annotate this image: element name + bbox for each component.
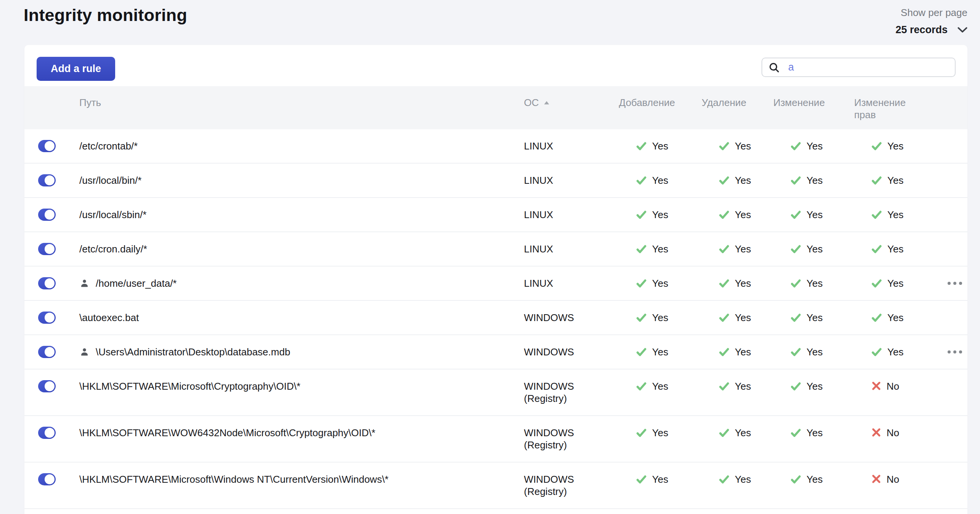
rule-enabled-toggle[interactable] [38, 209, 56, 221]
search-icon [768, 62, 780, 73]
check-icon [718, 209, 730, 220]
table-body: /etc/crontab/* LINUX Yes Yes Yes [24, 129, 967, 509]
toggle-knob [45, 141, 55, 151]
table-row: /usr/local/bin/* LINUX Yes Yes Yes [24, 164, 967, 198]
check-icon [871, 243, 882, 255]
check-icon [790, 427, 802, 439]
cross-icon [871, 427, 882, 438]
rule-os-line2: (Registry) [524, 485, 619, 498]
flag-label: Yes [735, 277, 751, 289]
flag-label: Yes [735, 140, 751, 152]
row-menu-button[interactable] [948, 350, 962, 353]
flag-label: Yes [652, 346, 668, 358]
toggle-knob [45, 244, 55, 254]
rule-enabled-toggle[interactable] [38, 243, 56, 255]
check-icon [790, 140, 802, 152]
search-input[interactable] [787, 61, 955, 74]
flag-label: Yes [652, 312, 668, 324]
flag-label: Yes [652, 473, 668, 485]
rule-path: /usr/local/bin/* [79, 174, 141, 186]
rule-os-line2: (Registry) [524, 439, 619, 451]
check-icon [636, 474, 647, 485]
flag-label: No [887, 427, 899, 439]
check-icon [636, 427, 647, 439]
rule-enabled-toggle[interactable] [38, 140, 56, 152]
user-icon [79, 278, 90, 289]
user-icon [79, 347, 90, 357]
per-page-control: Show per page 25 records [895, 7, 967, 36]
rule-os: WINDOWS [524, 380, 619, 392]
flag-label: Yes [887, 312, 903, 324]
check-icon [790, 209, 802, 220]
toggle-knob [45, 313, 55, 323]
table-row: \autoexec.bat WINDOWS Yes Yes Yes [24, 301, 967, 335]
check-icon [636, 140, 647, 152]
table-header: Путь ОС Добавление Удаление Изменение Из… [24, 86, 967, 129]
rule-os: WINDOWS [524, 473, 619, 485]
check-icon [718, 312, 730, 323]
rule-enabled-toggle[interactable] [38, 427, 56, 439]
check-icon [636, 278, 647, 289]
flag-label: Yes [652, 277, 668, 289]
table-row-partial [24, 509, 967, 514]
flag-label: Yes [806, 243, 823, 255]
add-rule-button[interactable]: Add a rule [37, 57, 115, 81]
check-icon [871, 312, 882, 323]
flag-label: Yes [806, 209, 823, 221]
table-row: \HKLM\SOFTWARE\WOW6432Node\Microsoft\Cry… [24, 416, 967, 463]
flag-label: Yes [887, 277, 903, 289]
flag-label: No [887, 380, 899, 392]
flag-label: Yes [806, 174, 823, 186]
rule-enabled-toggle[interactable] [38, 346, 56, 358]
rule-enabled-toggle[interactable] [38, 277, 56, 289]
rule-os: WINDOWS [524, 427, 619, 439]
column-header-add: Добавление [619, 96, 702, 109]
check-icon [790, 278, 802, 289]
page-title: Integrity monitoring [24, 5, 187, 25]
check-icon [718, 175, 730, 186]
check-icon [871, 278, 882, 289]
check-icon [718, 474, 730, 485]
rule-enabled-toggle[interactable] [38, 380, 56, 392]
flag-label: Yes [887, 346, 903, 358]
flag-label: Yes [735, 209, 751, 221]
check-icon [790, 474, 802, 485]
row-menu-button[interactable] [948, 282, 962, 285]
flag-label: Yes [652, 243, 668, 255]
cross-icon [871, 381, 882, 391]
rule-os: LINUX [524, 277, 619, 289]
rule-path: \HKLM\SOFTWARE\Microsoft\Cryptography\OI… [79, 380, 300, 392]
flag-label: Yes [887, 209, 903, 221]
check-icon [871, 346, 882, 358]
flag-label: Yes [652, 140, 668, 152]
flag-label: Yes [735, 473, 751, 485]
check-icon [871, 175, 882, 186]
cross-icon [871, 474, 882, 484]
column-header-os[interactable]: ОС [524, 96, 549, 109]
per-page-select[interactable]: 25 records [895, 24, 967, 36]
rule-path: \HKLM\SOFTWARE\Microsoft\Windows NT\Curr… [79, 473, 389, 485]
column-header-perm: Изменение прав [854, 96, 911, 121]
check-icon [718, 140, 730, 152]
sort-asc-icon [544, 101, 549, 104]
rule-os: LINUX [524, 174, 619, 186]
rule-path: /etc/cron.daily/* [79, 243, 147, 255]
flag-label: Yes [806, 312, 823, 324]
card-toolbar: Add a rule [24, 45, 967, 86]
flag-label: Yes [735, 427, 751, 439]
rule-enabled-toggle[interactable] [38, 312, 56, 324]
flag-label: Yes [735, 346, 751, 358]
toggle-knob [45, 381, 55, 391]
rule-os: LINUX [524, 140, 619, 152]
table-row: /etc/crontab/* LINUX Yes Yes Yes [24, 129, 967, 164]
rule-enabled-toggle[interactable] [38, 473, 56, 485]
toggle-knob [45, 210, 55, 220]
check-icon [636, 312, 647, 323]
table-row: \Users\Administrator\Desktop\database.md… [24, 335, 967, 369]
check-icon [718, 346, 730, 358]
check-icon [790, 312, 802, 323]
flag-label: Yes [806, 346, 823, 358]
toggle-knob [45, 428, 55, 438]
rule-enabled-toggle[interactable] [38, 174, 56, 186]
rule-path: /etc/crontab/* [79, 140, 138, 152]
